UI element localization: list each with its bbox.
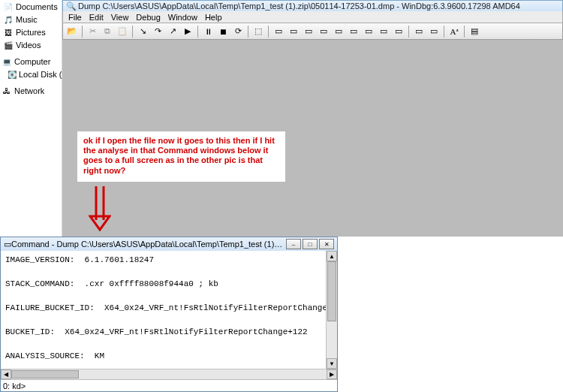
tool-icon[interactable]: ⬚ [251, 25, 265, 38]
windbg-title-bar: 🔍 Dump C:\Users\ASUS\AppData\Local\Temp\… [62, 0, 563, 11]
video-icon: 🎬 [3, 40, 14, 50]
menu-view[interactable]: View [107, 13, 133, 22]
run-icon[interactable]: ▶ [181, 25, 194, 38]
explorer-drive-c[interactable]: 💽Local Disk (C:) [8, 68, 62, 80]
open-icon[interactable]: 📂 [65, 25, 79, 38]
explorer-label: Network [14, 86, 44, 95]
window-icon[interactable]: ▭ [392, 25, 405, 38]
step-into-icon[interactable]: ↘ [136, 25, 149, 38]
separator [132, 26, 133, 38]
font-icon[interactable]: Aª [447, 25, 461, 38]
menu-edit[interactable]: Edit [86, 13, 107, 22]
menu-file[interactable]: File [65, 13, 86, 22]
minimize-button[interactable]: – [286, 239, 301, 249]
user-annotation-note: ok if I open the file now it goes to thi… [77, 131, 285, 182]
restart-icon[interactable]: ⟳ [231, 25, 245, 38]
break-icon[interactable]: ⏸ [201, 25, 215, 38]
windbg-title-text: Dump C:\Users\ASUS\AppData\Local\Temp\Te… [78, 2, 520, 11]
menu-bar: File Edit View Debug Window Help [62, 11, 563, 23]
scroll-down-icon[interactable]: ▼ [327, 358, 337, 369]
workspace-area: ok if I open the file now it goes to thi… [62, 40, 563, 237]
picture-icon: 🖼 [3, 27, 14, 38]
explorer-network[interactable]: 🖧Network [2, 85, 62, 97]
network-icon: 🖧 [2, 86, 12, 96]
svg-marker-2 [90, 216, 110, 230]
arrow-down-icon [89, 186, 111, 231]
scroll-left-icon[interactable]: ◀ [1, 369, 11, 379]
command-prompt: 0: kd> [3, 381, 26, 390]
explorer-label: Pictures [16, 28, 46, 37]
options-icon[interactable]: ▤ [468, 25, 481, 38]
copy-icon[interactable]: ⧉ [101, 25, 114, 38]
scroll-right-icon[interactable]: ▶ [327, 369, 337, 379]
explorer-sidebar: 📄Documents 🎵Music 🖼Pictures 🎬Videos 💻Com… [0, 0, 62, 237]
command-input[interactable] [26, 381, 337, 390]
disk-icon: 💽 [8, 69, 17, 80]
window-icon[interactable]: ▭ [287, 25, 300, 38]
app-icon: 🔍 [66, 2, 76, 11]
command-icon: ▭ [4, 240, 11, 249]
explorer-item-documents[interactable]: 📄Documents [3, 1, 62, 13]
command-title-bar: ▭ Command - Dump C:\Users\ASUS\AppData\L… [1, 237, 337, 251]
explorer-label: Videos [16, 41, 41, 50]
window-icon[interactable]: ▭ [317, 25, 330, 38]
close-button[interactable]: ✕ [319, 239, 334, 249]
cut-icon[interactable]: ✂ [86, 25, 99, 38]
separator [408, 26, 409, 38]
explorer-computer[interactable]: 💻Computer [2, 56, 62, 68]
window-icon[interactable]: ▭ [347, 25, 360, 38]
tool-bar: 📂 ✂ ⧉ 📋 ↘ ↷ ↗ ▶ ⏸ ⏹ ⟳ ⬚ ▭ ▭ ▭ ▭ ▭ ▭ ▭ ▭ … [62, 23, 563, 40]
window-icon[interactable]: ▭ [332, 25, 345, 38]
command-window: ▭ Command - Dump C:\Users\ASUS\AppData\L… [0, 237, 338, 392]
window-icon[interactable]: ▭ [377, 25, 390, 38]
separator [248, 26, 248, 38]
window-icon[interactable]: ▭ [362, 25, 375, 38]
scroll-thumb[interactable] [11, 370, 79, 378]
step-over-icon[interactable]: ↷ [151, 25, 164, 38]
scroll-thumb[interactable] [327, 261, 336, 321]
separator [82, 26, 83, 38]
separator [268, 26, 269, 38]
menu-debug[interactable]: Debug [132, 13, 164, 22]
menu-window[interactable]: Window [164, 13, 201, 22]
explorer-item-videos[interactable]: 🎬Videos [3, 39, 62, 51]
vertical-scrollbar[interactable]: ▲ ▼ [326, 251, 337, 369]
document-icon: 📄 [3, 2, 14, 12]
paste-icon[interactable]: 📋 [116, 25, 129, 38]
step-out-icon[interactable]: ↗ [166, 25, 179, 38]
window-icon[interactable]: ▭ [427, 25, 441, 38]
explorer-label: Computer [14, 57, 50, 66]
separator [464, 26, 465, 38]
explorer-item-pictures[interactable]: 🖼Pictures [3, 26, 62, 38]
music-icon: 🎵 [3, 14, 14, 25]
separator [197, 26, 198, 38]
explorer-item-music[interactable]: 🎵Music [3, 14, 62, 26]
explorer-label: Music [16, 15, 38, 24]
explorer-label: Documents [16, 2, 58, 11]
horizontal-scrollbar[interactable]: ◀ ▶ [1, 369, 337, 379]
window-icon[interactable]: ▭ [412, 25, 426, 38]
maximize-button[interactable]: □ [303, 239, 318, 249]
stop-icon[interactable]: ⏹ [216, 25, 230, 38]
window-icon[interactable]: ▭ [302, 25, 315, 38]
scroll-up-icon[interactable]: ▲ [327, 251, 337, 261]
menu-help[interactable]: Help [201, 13, 226, 22]
separator [444, 26, 444, 38]
command-input-bar: 0: kd> [1, 379, 337, 391]
command-title-text: Command - Dump C:\Users\ASUS\AppData\Loc… [11, 240, 285, 249]
window-icon[interactable]: ▭ [272, 25, 285, 38]
computer-icon: 💻 [2, 56, 12, 67]
windbg-window: 🔍 Dump C:\Users\ASUS\AppData\Local\Temp\… [62, 0, 563, 237]
